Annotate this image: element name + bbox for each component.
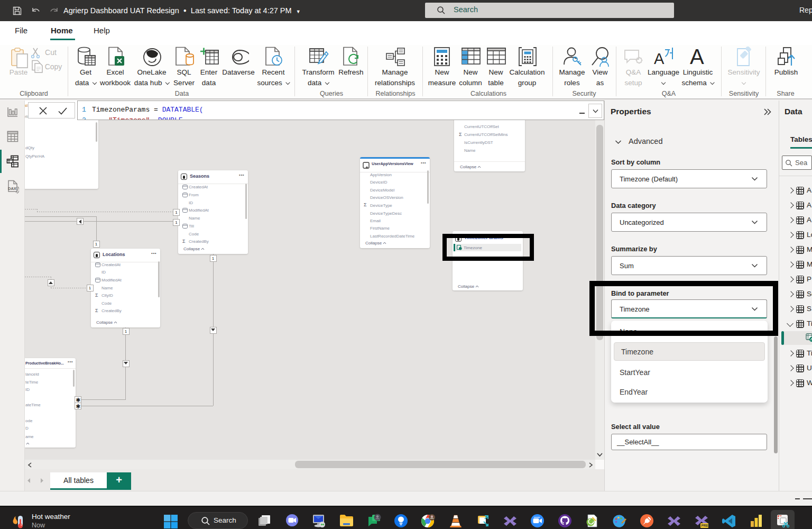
svg-text:DAX: DAX — [8, 186, 16, 191]
svg-text:PRE: PRE — [702, 524, 709, 527]
svg-text:A: A — [690, 46, 704, 67]
svg-text:zoom: zoom — [534, 516, 540, 518]
svg-text:A: A — [654, 50, 665, 67]
